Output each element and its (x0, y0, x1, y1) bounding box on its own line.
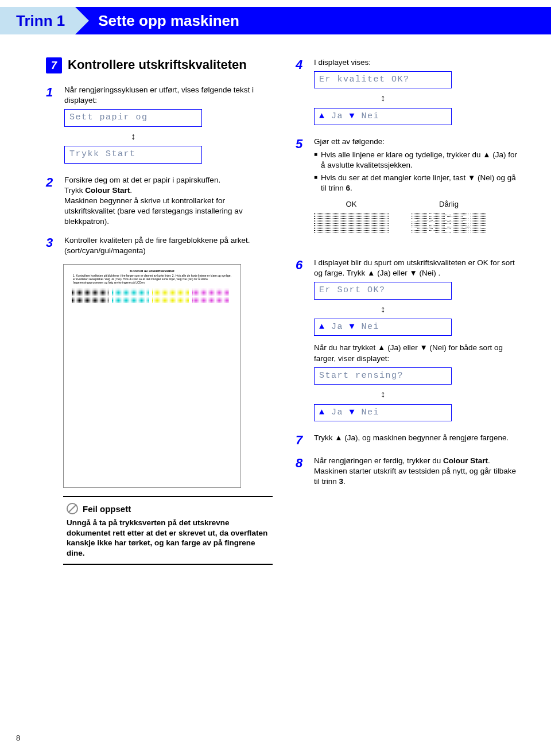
section-header: 7 Kontrollere utskriftskvaliteten (46, 57, 273, 73)
step-3: 3 Kontroller kvaliteten på de fire farge… (46, 235, 273, 256)
step-number: 8 (296, 456, 306, 471)
step-2: 2 Forsikre deg om at det er papir i papi… (46, 175, 273, 227)
step-number: 4 (296, 57, 306, 72)
sample-ok (314, 213, 389, 241)
step-text: Trykk ▲ (Ja), og maskinen begynner å ren… (314, 433, 522, 443)
ok-label: OK (314, 199, 389, 210)
quality-compare: OK Dårlig (314, 199, 522, 241)
step-text: Gjør ett av følgende: (314, 137, 522, 147)
step-8: 8 Når rengjøringen er ferdig, trykker du… (296, 456, 522, 487)
step-number: 7 (296, 433, 306, 448)
step-1: 1 Når rengjøringssyklusen er utført, vis… (46, 85, 273, 167)
step-text: Kontroller kvaliteten på de fire fargebl… (64, 235, 273, 246)
step-number: 1 (46, 85, 56, 100)
step-text: Maskinen begynner å skrive ut kontrollar… (64, 196, 273, 227)
left-column: 7 Kontrollere utskriftskvaliteten 1 Når … (46, 57, 273, 565)
warning-box: Feil oppsett Unngå å ta på trykksverten … (63, 496, 273, 565)
color-block-yellow (152, 289, 189, 314)
step-text: Når rengjøringen er ferdig, trykker du C… (314, 456, 522, 487)
bullet-item: Hvis du ser at det mangler korte linjer,… (314, 173, 522, 193)
step-badge: Trinn 1 (0, 7, 75, 34)
step-number: 6 (296, 258, 306, 273)
updown-icon: ↕ (314, 92, 452, 104)
page-number: 8 (16, 734, 20, 742)
step-4: 4 I displayet vises: Er kvalitet OK? ↕ ▲… (296, 57, 522, 129)
step-7: 7 Trykk ▲ (Ja), og maskinen begynner å r… (296, 433, 522, 448)
step-text: (sort/cyan/gul/magenta) (64, 246, 273, 256)
lcd-display: Er kvalitet OK? (314, 71, 452, 88)
step-text: Forsikre deg om at det er papir i papirs… (64, 175, 273, 185)
page-header: Trinn 1 Sette opp maskinen (0, 7, 551, 34)
step-text: I displayet vises: (314, 57, 522, 68)
test-sheet-title: Kontroll av utskriftskvalitet (68, 269, 236, 273)
color-block-magenta (192, 289, 229, 314)
step-text: Trykk Colour Start. (64, 185, 273, 196)
page-title: Sette opp maskinen (75, 7, 551, 34)
lcd-display: Trykk Start (64, 146, 202, 163)
section-number-badge: 7 (46, 57, 62, 73)
lcd-display: ▲ Ja ▼ Nei (314, 319, 452, 336)
updown-icon: ↕ (314, 303, 452, 316)
step-text: Når rengjøringssyklusen er utført, vises… (64, 85, 273, 106)
lcd-display: Er Sort OK? (314, 282, 452, 299)
test-sheet-preview: Kontroll av utskriftskvalitet 1. Kontrol… (63, 264, 241, 488)
step-number: 2 (46, 175, 56, 190)
lcd-display: ▲ Ja ▼ Nei (314, 404, 452, 421)
lcd-display: ▲ Ja ▼ Nei (314, 108, 452, 125)
lcd-display: Sett papir og (64, 109, 202, 126)
color-block-cyan (112, 289, 149, 314)
step-number: 5 (296, 137, 306, 152)
warning-text: Unngå å ta på trykksverten på det utskre… (67, 518, 269, 558)
step-text: I displayet blir du spurt om utskriftskv… (314, 258, 522, 278)
test-sheet-text: 1. Kontrollere kvaliteten på blokkene i … (73, 274, 231, 284)
prohibit-icon (67, 503, 78, 514)
step-text: Når du har trykket ▲ (Ja) eller ▼ (Nei) … (314, 343, 522, 363)
right-column: 4 I displayet vises: Er kvalitet OK? ↕ ▲… (296, 57, 522, 565)
color-block-black (72, 289, 108, 314)
bullet-item: Hvis alle linjene er klare og tydelige, … (314, 150, 522, 170)
step-number: 3 (46, 235, 56, 250)
updown-icon: ↕ (64, 130, 202, 143)
sample-bad (412, 213, 486, 241)
warning-title: Feil oppsett (83, 504, 131, 514)
section-title: Kontrollere utskriftskvaliteten (68, 57, 247, 72)
step-5: 5 Gjør ett av følgende: Hvis alle linjen… (296, 137, 522, 250)
lcd-display: Start rensing? (314, 367, 452, 385)
step-6: 6 I displayet blir du spurt om utskrifts… (296, 258, 522, 425)
updown-icon: ↕ (314, 388, 452, 401)
bad-label: Dårlig (412, 199, 486, 210)
